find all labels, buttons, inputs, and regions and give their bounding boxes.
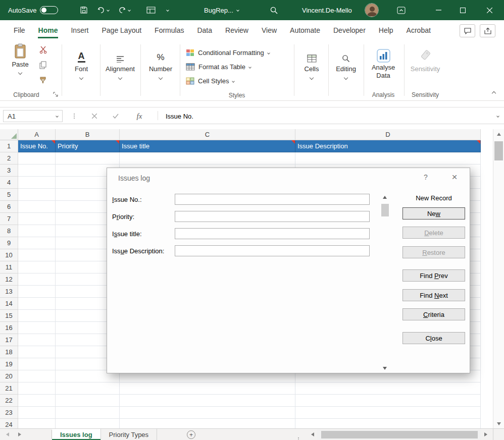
column-header-D[interactable]: D [295,129,481,140]
ribbon-tab-page-layout[interactable]: Page Layout [95,20,148,40]
cell-A6[interactable] [18,201,56,213]
row-header-8[interactable]: 8 [0,225,18,237]
row-header-1[interactable]: 1 [0,140,18,152]
next-sheet-button[interactable] [14,429,25,440]
dialog-button-find-next[interactable]: Find Next [402,289,465,301]
ribbon-tab-formulas[interactable]: Formulas [148,20,190,40]
font-group-button[interactable]: A Font [63,43,100,90]
redo-button[interactable] [118,0,126,20]
cell-A7[interactable] [18,213,56,225]
number-group-button[interactable]: % Number [142,43,179,90]
column-header-C[interactable]: C [120,129,295,140]
cell-D1[interactable]: Issue Description [295,140,481,152]
row-header-20[interactable]: 20 [0,370,18,382]
enter-entry-button[interactable] [110,107,121,125]
cell-A2[interactable] [18,152,56,164]
cell-A13[interactable] [18,286,56,298]
cell-C22[interactable] [120,395,295,407]
cell-C24[interactable] [120,419,295,428]
close-window-button[interactable] [475,0,504,20]
format-as-table-button[interactable]: Format as Table [186,61,251,73]
sheet-tab-issues-log[interactable]: Issues log [52,429,101,440]
row-header-14[interactable]: 14 [0,298,18,310]
column-header-A[interactable]: A [18,129,56,140]
account-avatar[interactable] [365,0,379,20]
cell-styles-button[interactable]: Cell Styles [186,75,234,87]
maximize-button[interactable] [451,0,474,20]
field-input-priority[interactable] [175,211,370,222]
ribbon-tab-data[interactable]: Data [190,20,219,40]
comments-button[interactable] [460,24,475,37]
formula-bar-drag-handle[interactable] [71,107,78,125]
cell-A3[interactable] [18,164,56,177]
search-button[interactable] [270,0,278,20]
cell-A1[interactable]: Issue No. [18,140,56,152]
cell-B2[interactable] [56,152,120,164]
undo-button[interactable] [97,0,105,20]
undo-dropdown[interactable] [107,0,109,20]
clipboard-dialog-launcher[interactable] [53,91,59,98]
row-header-16[interactable]: 16 [0,322,18,334]
cell-A9[interactable] [18,237,56,249]
scroll-down-icon[interactable] [383,367,387,370]
dialog-button-restore[interactable]: Restore [402,246,465,258]
alignment-group-button[interactable]: Alignment [101,43,139,90]
row-header-10[interactable]: 10 [0,249,18,261]
editing-group-button[interactable]: Editing [329,43,363,90]
dialog-scrollbar-thumb[interactable] [381,204,389,216]
cell-D2[interactable] [295,152,481,164]
cell-A14[interactable] [18,298,56,310]
field-input-issue-description[interactable] [175,245,370,256]
account-name[interactable]: Vincent.De-Mello [302,0,352,20]
conditional-formatting-button[interactable]: Conditional Formatting [186,46,270,59]
cell-D24[interactable] [295,419,481,428]
cell-A11[interactable] [18,261,56,273]
cell-A20[interactable] [18,370,56,382]
quick-access-button[interactable] [146,0,156,20]
analyse-data-button[interactable]: Analyse Data [365,43,402,90]
dialog-button-delete[interactable]: Delete [402,227,465,239]
vertical-scrollbar[interactable] [493,129,504,428]
copy-button[interactable] [36,59,49,72]
scroll-up-icon[interactable] [383,196,387,199]
format-painter-button[interactable] [36,74,49,87]
cell-B23[interactable] [56,407,120,419]
row-header-18[interactable]: 18 [0,346,18,358]
cell-C1[interactable]: Issue title [120,140,295,152]
cell-A5[interactable] [18,189,56,201]
formula-content[interactable]: Issue No. [166,107,193,125]
autosave-toggle[interactable] [40,6,58,14]
row-header-4[interactable]: 4 [0,177,18,189]
dialog-button-new[interactable]: New [402,207,465,219]
minimize-button[interactable] [427,0,450,20]
cell-A10[interactable] [18,249,56,261]
ribbon-tab-home[interactable]: Home [32,20,65,40]
cell-B24[interactable] [56,419,120,428]
paste-button[interactable]: Paste [7,43,33,90]
ribbon-tab-view[interactable]: View [255,20,283,40]
row-header-23[interactable]: 23 [0,407,18,419]
ribbon-display-options-button[interactable] [397,0,406,20]
cell-B21[interactable] [56,382,120,395]
cell-D21[interactable] [295,382,481,395]
sensitivity-button[interactable]: Sensitivity [405,43,445,90]
row-header-6[interactable]: 6 [0,201,18,213]
horizontal-scrollbar-thumb[interactable] [321,431,478,438]
cell-A18[interactable] [18,346,56,358]
scroll-down-button[interactable] [493,419,504,428]
scroll-left-button[interactable] [307,429,318,440]
cancel-entry-button[interactable] [89,107,100,125]
row-header-9[interactable]: 9 [0,237,18,249]
cell-C23[interactable] [120,407,295,419]
share-button[interactable] [480,24,495,37]
cell-C2[interactable] [120,152,295,164]
dialog-help-button[interactable]: ? [418,169,433,185]
row-header-24[interactable]: 24 [0,419,18,428]
ribbon-tab-acrobat[interactable]: Acrobat [400,20,437,40]
ribbon-tab-automate[interactable]: Automate [283,20,327,40]
cell-D22[interactable] [295,395,481,407]
dialog-button-find-prev[interactable]: Find Prev [402,269,465,282]
sheet-tab-options[interactable] [298,431,299,440]
dialog-button-criteria[interactable]: Criteria [402,308,465,320]
cell-B1[interactable]: Priority [56,140,120,152]
